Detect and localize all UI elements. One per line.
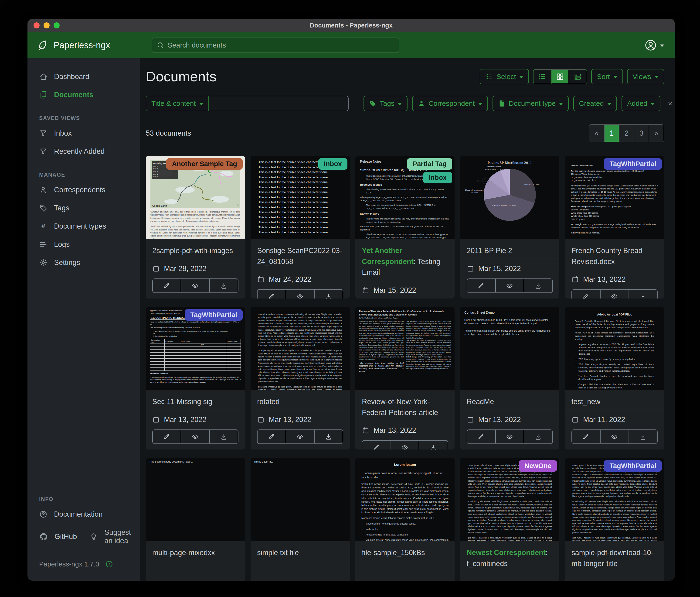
document-thumbnail[interactable]: Lorem ipsum dolor sit amet, consectetur … <box>460 458 559 541</box>
document-thumbnail[interactable]: This is a test file. <box>251 458 350 541</box>
download-document-button[interactable] <box>628 430 657 444</box>
search-box[interactable] <box>152 38 399 53</box>
tags-filter-button[interactable]: Tags <box>364 96 407 111</box>
view-document-button[interactable] <box>391 440 419 450</box>
edit-document-button[interactable] <box>153 430 181 444</box>
document-title[interactable]: Newest Correspondent: f_combineds <box>467 547 553 569</box>
document-title[interactable]: test_new <box>572 397 658 407</box>
view-document-button[interactable] <box>495 430 524 444</box>
pagination-page-1[interactable]: 1 <box>604 124 619 142</box>
detail-view-button[interactable] <box>569 69 586 84</box>
correspondent-filter-button[interactable]: Correspondent <box>412 96 488 111</box>
edit-document-button[interactable] <box>257 430 286 444</box>
document-thumbnail[interactable]: This is a test for the double space char… <box>251 156 350 239</box>
sidebar-item-documents[interactable]: Documents <box>27 86 140 104</box>
edit-document-button[interactable] <box>362 440 391 450</box>
edit-document-button[interactable] <box>467 430 495 444</box>
document-thumbnail[interactable]: Lorem ipsum Lorem ipsum dolor sit amet, … <box>355 458 454 541</box>
edit-document-button[interactable] <box>572 290 600 298</box>
edit-document-button[interactable] <box>467 279 495 292</box>
edit-document-button[interactable] <box>153 279 181 292</box>
sidebar-item-github[interactable]: GitHub <box>27 527 77 546</box>
view-document-button[interactable] <box>600 430 629 444</box>
view-document-button[interactable] <box>286 290 315 298</box>
document-title[interactable]: ReadMe <box>467 397 553 407</box>
document-title[interactable]: 2sample-pdf-with-images <box>152 245 239 256</box>
document-thumbnail[interactable]: Application for Medical Staff Membership… <box>146 307 245 390</box>
sidebar-item-settings[interactable]: Settings <box>27 254 140 272</box>
added-filter-button[interactable]: Added <box>622 96 660 111</box>
document-thumbnail[interactable]: Contact Sheet DemoGiven a set of image f… <box>460 307 559 390</box>
document-title[interactable]: French Country Bread Revised.docx <box>572 245 658 267</box>
info-icon[interactable]: i <box>105 560 113 568</box>
view-document-button[interactable] <box>600 290 629 298</box>
grid-view-button[interactable] <box>551 69 569 84</box>
document-title[interactable]: multi-page-mixedxx <box>152 547 239 558</box>
pagination-page-3[interactable]: 3 <box>634 124 649 142</box>
tag-badge[interactable]: TagWithPartial <box>604 460 662 472</box>
sidebar-item-documentation[interactable]: Documentation <box>27 505 140 523</box>
download-document-button[interactable] <box>209 279 238 292</box>
title-content-filter-input[interactable] <box>209 96 349 111</box>
document-title[interactable]: Yet Another Correspondent: Testing Email <box>362 245 448 278</box>
tag-badge[interactable]: NewOne <box>519 460 557 472</box>
account-menu[interactable] <box>644 39 664 52</box>
document-thumbnail[interactable]: Boundary Waters TripDay 1Day 2Day 3Day 4… <box>146 156 245 239</box>
document-title[interactable]: Sec 11-Missing sig <box>152 397 239 407</box>
download-document-button[interactable] <box>209 430 238 444</box>
select-button[interactable]: Select <box>480 69 529 85</box>
pagination-page-2[interactable]: 2 <box>619 124 634 142</box>
document-title[interactable]: sample-pdf-download-10-mb-longer-title <box>572 547 658 569</box>
list-view-button[interactable] <box>533 69 551 84</box>
document-title[interactable]: Sonstige ScanPC2022 03-24_081058 <box>257 245 343 267</box>
document-type-filter-button[interactable]: Document type <box>493 96 569 111</box>
document-title[interactable]: Review-of-New-York-Federal-Petitions-art… <box>362 397 448 418</box>
document-correspondent[interactable]: Newest Correspondent <box>467 549 546 557</box>
search-input[interactable] <box>168 41 395 49</box>
tag-badge[interactable]: Inbox <box>318 158 347 170</box>
pagination-prev-button[interactable]: « <box>590 124 604 142</box>
document-title[interactable]: file-sample_150kBs <box>362 547 448 558</box>
sidebar-item-dashboard[interactable]: Dashboard <box>27 68 140 86</box>
sidebar-item-inbox[interactable]: Inbox <box>27 124 140 142</box>
document-title[interactable]: 2011 BP Pie 2 <box>467 245 553 256</box>
view-document-button[interactable] <box>495 279 524 292</box>
reset-filters-button[interactable]: × Reset filters <box>668 99 675 108</box>
edit-document-button[interactable] <box>257 290 286 298</box>
download-document-button[interactable] <box>524 430 552 444</box>
sidebar-item-recently-added[interactable]: Recently Added <box>27 142 140 161</box>
view-document-button[interactable] <box>181 430 209 444</box>
view-document-button[interactable] <box>286 430 315 444</box>
tag-badge[interactable]: TagWithPartial <box>185 309 243 320</box>
views-button[interactable]: Views <box>627 69 664 85</box>
document-thumbnail[interactable]: Adobe Acrobat PDF FilesAdobe® Portable D… <box>565 307 664 390</box>
title-content-filter-button[interactable]: Title & content <box>146 96 209 111</box>
document-title[interactable]: simple txt file <box>257 547 343 558</box>
download-document-button[interactable] <box>524 279 552 292</box>
download-document-button[interactable] <box>314 290 343 298</box>
tag-badge[interactable]: TagWithPartial <box>604 158 662 170</box>
sidebar-item-tags[interactable]: Tags <box>27 199 140 217</box>
tag-badge[interactable]: Inbox <box>423 172 452 183</box>
view-document-button[interactable] <box>181 279 209 292</box>
created-filter-button[interactable]: Created <box>573 96 617 111</box>
sidebar-item-document-types[interactable]: # Document types <box>27 217 140 235</box>
tag-badge[interactable]: Partial Tag <box>407 158 452 170</box>
document-thumbnail[interactable]: Review of New York Federal Petitions for… <box>355 307 454 390</box>
document-correspondent[interactable]: Yet Another Correspondent <box>362 246 414 266</box>
document-thumbnail[interactable]: Release Notes Simba ODBC Driver for SQL … <box>355 156 454 239</box>
document-thumbnail[interactable]: This is a multi page document. Page 1. <box>146 458 245 541</box>
document-title[interactable]: rotated <box>257 397 343 407</box>
tag-badge[interactable]: Another Sample Tag <box>166 158 243 170</box>
edit-document-button[interactable] <box>572 430 600 444</box>
sidebar-item-correspondents[interactable]: Correspondents <box>27 181 140 199</box>
download-document-button[interactable] <box>314 430 343 444</box>
pagination-next-button[interactable]: » <box>649 124 664 142</box>
document-thumbnail[interactable]: French Country BreadFor the Leaven 1 hea… <box>565 156 664 239</box>
download-document-button[interactable] <box>628 290 657 298</box>
document-thumbnail[interactable]: Lorem ipsum dolor sit amet, consectetur … <box>251 307 350 390</box>
sidebar-item-suggest-an-idea[interactable]: Suggest an idea <box>83 523 140 550</box>
download-document-button[interactable] <box>419 440 448 450</box>
app-brand[interactable]: Paperless-ngx <box>37 39 142 51</box>
document-thumbnail[interactable]: Patient BP Distribution 2011 Normal, 151… <box>460 156 559 239</box>
